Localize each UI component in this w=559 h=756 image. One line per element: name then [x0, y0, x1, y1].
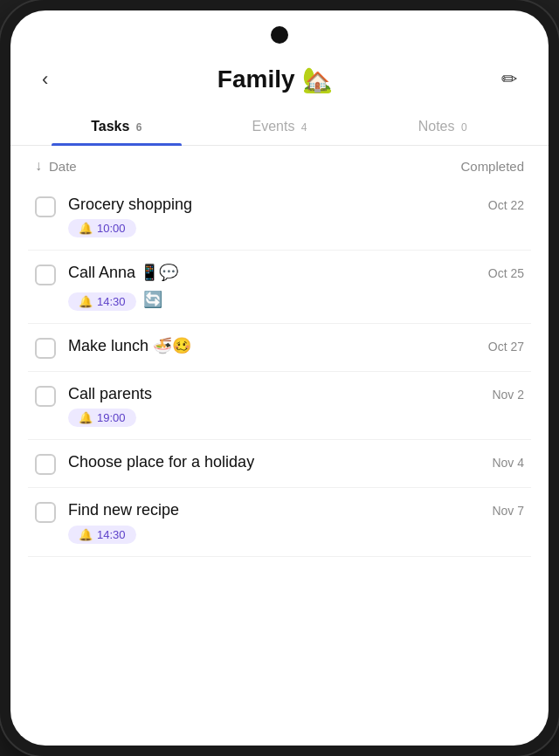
- task-checkbox-3[interactable]: [35, 338, 56, 359]
- sort-left[interactable]: ↓ Date: [35, 158, 77, 174]
- task-row: Make lunch 🍜🥴 Oct 27: [28, 324, 531, 372]
- sort-arrow-icon: ↓: [35, 158, 42, 174]
- repeat-icon-2: 🔄: [143, 290, 162, 309]
- task-title-1: Grocery shopping: [68, 195, 476, 215]
- task-date-1: Oct 22: [488, 198, 524, 212]
- task-body-2: Call Anna 📱💬 🔔 14:30 🔄: [68, 263, 476, 310]
- task-checkbox-4[interactable]: [35, 386, 56, 407]
- task-row: Grocery shopping 🔔 10:00 Oct 22: [28, 182, 531, 251]
- badge-time-2: 14:30: [97, 295, 126, 308]
- task-body-4: Call parents 🔔 19:00: [68, 384, 480, 427]
- camera-notch: [271, 26, 288, 44]
- task-title-5: Choose place for a holiday: [68, 452, 480, 472]
- task-badge-2: 🔔 14:30: [68, 292, 136, 311]
- task-body-5: Choose place for a holiday: [68, 452, 480, 472]
- sort-completed-label: Completed: [460, 159, 524, 174]
- header: ‹ Family 🏡 ✏: [10, 54, 549, 101]
- task-title-3: Make lunch 🍜🥴: [68, 336, 476, 356]
- task-checkbox-6[interactable]: [35, 502, 56, 523]
- screen-content: ‹ Family 🏡 ✏ Tasks 6 Events 4 Note: [10, 10, 549, 746]
- task-row: Call parents 🔔 19:00 Nov 2: [28, 372, 531, 440]
- task-date-5: Nov 4: [492, 456, 524, 470]
- page-title: Family 🏡: [217, 65, 333, 94]
- bell-icon-6: 🔔: [79, 528, 93, 541]
- tab-tasks-count: 6: [136, 121, 142, 134]
- task-checkbox-1[interactable]: [35, 196, 56, 217]
- task-row: Find new recipe 🔔 14:30 Nov 7: [28, 488, 531, 556]
- bell-icon-1: 🔔: [79, 222, 93, 235]
- task-date-2: Oct 25: [488, 266, 524, 280]
- bell-icon-4: 🔔: [79, 411, 93, 424]
- task-date-6: Nov 7: [492, 504, 524, 518]
- tab-tasks[interactable]: Tasks 6: [35, 108, 198, 145]
- task-body-3: Make lunch 🍜🥴: [68, 336, 476, 356]
- task-badge-4: 🔔 19:00: [68, 409, 136, 427]
- task-body-6: Find new recipe 🔔 14:30: [68, 500, 480, 543]
- task-row: Choose place for a holiday Nov 4: [28, 440, 531, 488]
- bell-icon-2: 🔔: [79, 295, 93, 308]
- tabs-bar: Tasks 6 Events 4 Notes 0: [10, 108, 549, 146]
- tab-tasks-label: Tasks: [91, 119, 129, 134]
- task-row: Call Anna 📱💬 🔔 14:30 🔄 Oct 25: [28, 251, 531, 323]
- task-title-6: Find new recipe: [68, 500, 480, 520]
- tab-events-label: Events: [252, 119, 294, 134]
- task-badge-6: 🔔 14:30: [68, 526, 136, 544]
- back-button[interactable]: ‹: [35, 65, 55, 94]
- task-list: Grocery shopping 🔔 10:00 Oct 22: [10, 182, 549, 746]
- task-body-1: Grocery shopping 🔔 10:00: [68, 195, 476, 237]
- task-checkbox-5[interactable]: [35, 454, 56, 475]
- task-title-4: Call parents: [68, 384, 480, 404]
- tab-events[interactable]: Events 4: [198, 108, 362, 145]
- title-emoji: 🏡: [302, 65, 333, 94]
- task-title-2: Call Anna 📱💬: [68, 263, 476, 283]
- phone-frame: ‹ Family 🏡 ✏ Tasks 6 Events 4 Note: [0, 0, 559, 756]
- badge-time-6: 14:30: [97, 528, 126, 541]
- phone-screen: ‹ Family 🏡 ✏ Tasks 6 Events 4 Note: [10, 10, 549, 746]
- task-date-3: Oct 27: [488, 340, 524, 354]
- task-checkbox-2[interactable]: [35, 265, 56, 285]
- task-badge-1: 🔔 10:00: [68, 219, 136, 237]
- tab-notes-count: 0: [461, 121, 467, 134]
- title-text: Family: [217, 65, 295, 93]
- tab-notes-label: Notes: [418, 119, 455, 134]
- edit-button[interactable]: ✏: [494, 65, 524, 94]
- tab-notes[interactable]: Notes 0: [361, 108, 524, 145]
- sort-label: Date: [49, 159, 77, 174]
- tab-events-count: 4: [301, 121, 307, 134]
- sort-row: ↓ Date Completed: [10, 146, 549, 182]
- task-date-4: Nov 2: [492, 388, 524, 402]
- badge-time-4: 19:00: [97, 411, 126, 424]
- badge-time-1: 10:00: [97, 222, 126, 235]
